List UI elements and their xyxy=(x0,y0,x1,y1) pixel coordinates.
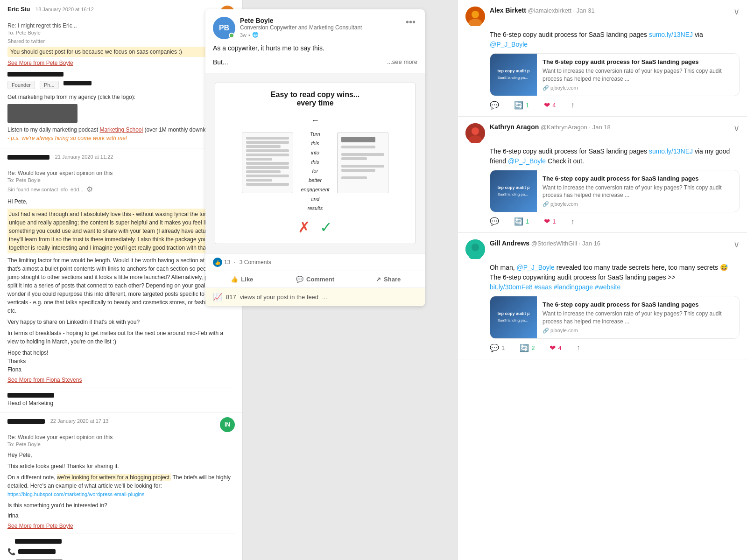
doc-line xyxy=(341,169,376,172)
post-meta: 3w • 🌐 xyxy=(240,32,399,38)
post-dot: • xyxy=(248,32,250,38)
link-icon-2: 🔗 xyxy=(543,201,549,207)
redacted-name-3 xyxy=(15,539,62,544)
svg-point-4 xyxy=(472,127,479,135)
tweet-link-3[interactable]: bit.ly/30omFe8 xyxy=(490,283,533,291)
retweet-icon-2: 🔄 xyxy=(514,217,523,226)
tweet-name-3: Gill Andrews xyxy=(490,239,529,247)
email-subject-1: Re: I might regret this Eric... xyxy=(7,22,235,29)
tweet-link-1[interactable]: sumo.ly/13NEJ xyxy=(649,31,693,38)
reply-icon-3: 💬 xyxy=(490,343,499,352)
tweet-card-domain-3: 🔗 pjboyle.com xyxy=(543,328,733,334)
redacted-sender-2 xyxy=(7,155,49,160)
tweet-card-desc-1: Want to increase the conversion rate of … xyxy=(543,67,733,83)
tweet-actions-2: 💬 🔄 1 ❤ 1 ↑ xyxy=(490,217,740,226)
tweet-name-2: Kathryn Aragon xyxy=(490,123,539,131)
like-icon-2: ❤ xyxy=(544,217,550,226)
comment-button[interactable]: 💬 Comment xyxy=(279,271,352,287)
post-more-button[interactable]: ••• xyxy=(404,17,417,28)
tweet-card-thumb-2: tep copy audit p SaaS landing pa... xyxy=(490,170,537,212)
hubspot-link[interactable]: https://blog.hubspot.com/marketing/wordp… xyxy=(7,491,144,497)
post-content: As a copywriter, it hurts me to say this… xyxy=(205,43,425,73)
share-icon: ↗ xyxy=(376,276,381,283)
tweet-author-2: Kathryn Aragon @KathrynAragon · Jan 18 xyxy=(490,123,729,131)
tweet-card-3: tep copy audit p SaaS landing pa... The … xyxy=(490,296,740,339)
tweet-card-title-1: The 6-step copy audit process for SaaS l… xyxy=(543,58,733,65)
podcast-link[interactable]: Marketing School xyxy=(99,126,143,133)
tweet-retweet-1[interactable]: 🔄 1 xyxy=(514,101,529,110)
doc-line xyxy=(341,165,384,168)
like-button[interactable]: 👍 Like xyxy=(205,271,279,287)
tweet-card-thumb-1: tep copy audit p SaaS landing pa... xyxy=(490,54,537,96)
email-item-3: 22 January 2020 at 17:13 IN Re: Would lo… xyxy=(0,413,242,560)
role-badge-founder: Founder xyxy=(7,81,35,89)
views-chart-icon: 📈 xyxy=(213,293,222,301)
tweet-like-1[interactable]: ❤ 4 xyxy=(544,101,556,110)
highlight-writers: we're looking for writers for a blogging… xyxy=(57,474,171,481)
tweet-reply-3[interactable]: 💬 1 xyxy=(490,343,505,352)
tweet-card-title-2: The 6-step copy audit process for SaaS l… xyxy=(543,175,733,182)
retweet-icon-3: 🔄 xyxy=(520,343,529,352)
share-button[interactable]: ↗ Share xyxy=(352,271,425,287)
post-header: PB Pete Boyle Conversion Copywriter and … xyxy=(205,9,425,43)
email-highlight-1: You should guest post for us because we … xyxy=(7,47,235,57)
email-to-1: To: Pete Boyle xyxy=(7,30,235,35)
email-sender-1: Eric Siu xyxy=(7,6,30,13)
doc-line xyxy=(246,154,289,156)
cross-check-icons: ✗ ✓ xyxy=(223,218,408,236)
online-indicator xyxy=(229,33,234,38)
link-icon-1: 🔗 xyxy=(543,85,549,91)
views-count: 817 xyxy=(226,294,236,301)
tweet-card-2: tep copy audit p SaaS landing pa... The … xyxy=(490,170,740,213)
post-line1: As a copywriter, it hurts me to say this… xyxy=(213,43,417,53)
see-more-link-2[interactable]: See More from Fiona Stevens xyxy=(7,377,235,383)
share-icon-tweet-2: ↑ xyxy=(571,217,574,226)
tweet-share-2[interactable]: ↑ xyxy=(571,217,574,226)
tweet-author-3: Gill Andrews @StoriesWithGill · Jan 16 xyxy=(490,239,729,247)
tweet-header-1: Alex Birkett @iamalexbirkett · Jan 31 ∨ xyxy=(465,7,740,26)
tweet-retweet-3[interactable]: 🔄 2 xyxy=(520,343,535,352)
tweet-mention-1[interactable]: @P_J_Boyle xyxy=(490,41,528,48)
tweet-avatar-3 xyxy=(465,239,485,259)
doc-spacer xyxy=(341,173,384,175)
post-time: 3w xyxy=(240,32,247,38)
email-date-3: 22 January 2020 at 17:13 xyxy=(50,418,109,424)
tweet-share-3[interactable]: ↑ xyxy=(577,343,580,352)
tweet-like-3[interactable]: ❤ 4 xyxy=(550,343,561,352)
tweet-like-2[interactable]: ❤ 1 xyxy=(544,217,556,226)
edit-label: edd... xyxy=(70,187,84,192)
see-more-link-3[interactable]: See More from Pete Boyle xyxy=(7,523,235,529)
tweet-date-1: Jan 31 xyxy=(577,7,595,14)
tweet-retweet-2[interactable]: 🔄 1 xyxy=(514,217,529,226)
see-more-link-1[interactable]: See More from Pete Boyle xyxy=(7,60,235,66)
email-body-2: Hi Pete, Just had a read through and I a… xyxy=(7,197,235,374)
tweet-chevron-2[interactable]: ∨ xyxy=(733,123,740,133)
email-icon: ✉ xyxy=(7,558,13,560)
redacted-sender-3 xyxy=(7,419,45,424)
tweet-reply-1[interactable]: 💬 xyxy=(490,101,499,110)
tweet-mention-3[interactable]: @P_J_Boyle xyxy=(517,264,555,271)
like-icon: 👍 xyxy=(231,276,238,283)
tweet-body-3: Oh man, @P_J_Boyle revealed too many tra… xyxy=(490,263,740,292)
retweet-count-3: 2 xyxy=(531,344,535,351)
tweet-mention-2[interactable]: @P_J_Boyle xyxy=(508,157,546,165)
cross-icon: ✗ xyxy=(298,218,310,236)
likes-count: 13 xyxy=(224,259,230,266)
tweet-chevron-1[interactable]: ∨ xyxy=(733,7,740,17)
tweet-share-1[interactable]: ↑ xyxy=(571,101,574,110)
post-line2: But... xyxy=(213,57,228,67)
tweet-reply-2[interactable]: 💬 xyxy=(490,217,499,226)
doc-line xyxy=(341,153,384,156)
like-count-3: 4 xyxy=(558,344,561,351)
email-to-3: To: Pete Boyle xyxy=(7,441,235,447)
doc-line xyxy=(246,149,289,152)
email-podcast-text: Listen to my daily marketing podcast xyxy=(7,126,98,133)
see-more-post[interactable]: ...see more xyxy=(387,57,417,67)
svg-point-1 xyxy=(472,11,479,18)
tweet-chevron-3[interactable]: ∨ xyxy=(733,239,740,250)
redacted-company xyxy=(63,81,92,85)
tweet-link-2[interactable]: sumo.ly/13NEJ xyxy=(649,147,693,155)
doc-line xyxy=(246,141,289,144)
post-stats: 👍 13 · 3 Comments xyxy=(205,253,425,271)
logo-redacted xyxy=(7,104,78,123)
